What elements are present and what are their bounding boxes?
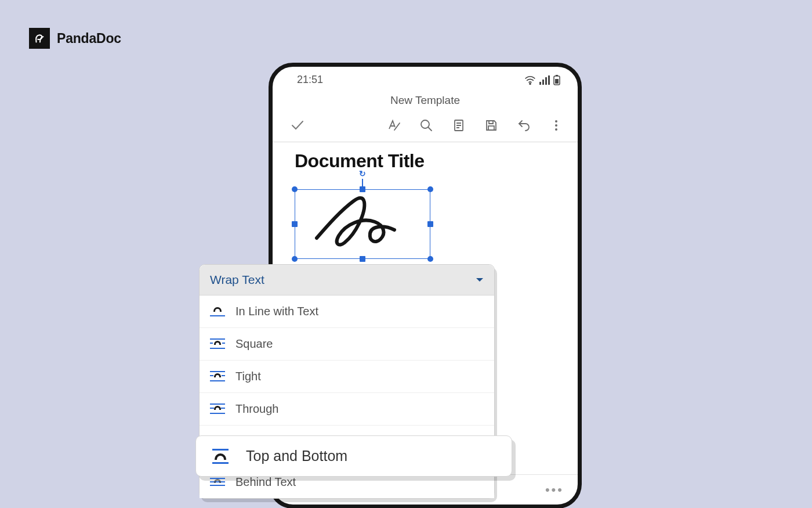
wrap-option-top-bottom[interactable]: Top and Bottom	[195, 435, 512, 477]
undo-button[interactable]	[508, 115, 539, 136]
wrap-tight-icon	[210, 371, 225, 383]
resize-handle-bl[interactable]	[292, 256, 298, 262]
wrap-top-bottom-icon	[210, 449, 231, 464]
svg-rect-7	[555, 79, 559, 84]
svg-rect-3	[545, 77, 547, 85]
brand-logo: PandaDoc	[29, 28, 121, 49]
document-canvas[interactable]: Document Title ↻	[273, 142, 578, 267]
wrap-square-icon	[210, 338, 225, 350]
page-title[interactable]: Document Title	[295, 150, 556, 172]
wrap-option-label: In Line with Text	[235, 305, 318, 318]
wrap-option-through[interactable]: Through	[200, 393, 494, 426]
collapse-caret-icon	[476, 275, 484, 285]
svg-rect-10	[488, 126, 494, 130]
brand-mark-icon	[29, 28, 50, 49]
svg-rect-1	[539, 82, 541, 85]
svg-point-11	[555, 120, 557, 123]
svg-point-0	[530, 83, 531, 84]
wrap-inline-icon	[210, 306, 225, 318]
resize-handle-l[interactable]	[292, 221, 298, 227]
wrap-option-inline[interactable]: In Line with Text	[200, 296, 494, 328]
wrap-option-label: Top and Bottom	[246, 448, 347, 464]
save-button[interactable]	[476, 115, 507, 136]
status-icons	[524, 75, 560, 85]
signal-icon	[539, 75, 550, 85]
svg-rect-2	[542, 80, 544, 85]
svg-point-13	[555, 128, 557, 131]
wrap-option-label: Behind Text	[235, 475, 296, 489]
wrap-text-panel: Wrap Text In Line with Text Square T	[199, 264, 495, 499]
battery-icon	[553, 75, 560, 85]
resize-handle-t[interactable]	[360, 186, 365, 192]
resize-handle-br[interactable]	[427, 256, 433, 262]
resize-handle-tr[interactable]	[427, 186, 433, 192]
svg-point-12	[555, 124, 557, 127]
toolbar	[273, 113, 578, 142]
rotate-handle[interactable]: ↻	[357, 168, 368, 179]
resize-handle-r[interactable]	[427, 221, 433, 227]
wrap-behind-icon	[210, 477, 225, 488]
wrap-option-label: Through	[235, 402, 279, 416]
overflow-menu-button[interactable]	[541, 115, 572, 136]
resize-handle-b[interactable]	[360, 256, 365, 262]
status-bar: 21:51	[273, 67, 578, 89]
more-button[interactable]: •••	[545, 482, 564, 498]
wrap-option-square[interactable]: Square	[200, 328, 494, 361]
resize-handle-tl[interactable]	[292, 186, 298, 192]
search-button[interactable]	[411, 115, 442, 136]
brand-name: PandaDoc	[57, 31, 121, 46]
reading-mode-button[interactable]	[443, 115, 474, 136]
document-name[interactable]: New Template	[273, 89, 578, 113]
selected-image[interactable]: ↻	[295, 189, 430, 259]
wrap-text-title: Wrap Text	[210, 273, 264, 287]
text-style-button[interactable]	[378, 115, 409, 136]
wrap-text-header[interactable]: Wrap Text	[200, 265, 494, 296]
status-time: 21:51	[297, 74, 323, 86]
wrap-option-label: Tight	[235, 370, 261, 383]
wrap-through-icon	[210, 403, 225, 415]
confirm-button[interactable]	[284, 115, 316, 136]
wrap-option-label: Square	[235, 337, 273, 351]
wrap-option-tight[interactable]: Tight	[200, 361, 494, 393]
wifi-icon	[524, 75, 536, 85]
signature-image	[306, 193, 411, 251]
svg-rect-4	[548, 75, 550, 85]
